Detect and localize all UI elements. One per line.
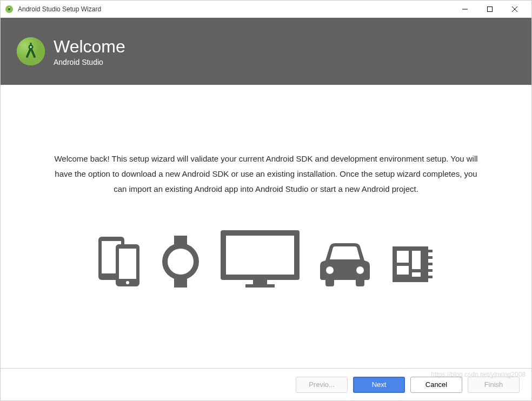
things-icon — [389, 243, 435, 291]
svg-rect-31 — [412, 272, 421, 277]
android-studio-logo-icon — [17, 37, 45, 65]
svg-rect-22 — [226, 236, 294, 275]
svg-rect-36 — [428, 276, 433, 278]
svg-rect-15 — [119, 249, 136, 279]
svg-rect-4 — [488, 6, 493, 11]
wizard-footer: Previo... Next Cancel Finish — [1, 368, 531, 400]
tv-icon — [220, 229, 301, 291]
svg-rect-35 — [428, 269, 433, 272]
svg-rect-30 — [397, 266, 409, 275]
phone-tablet-icon — [97, 235, 142, 291]
svg-point-2 — [9, 6, 10, 8]
welcome-message: Welcome back! This setup wizard will val… — [49, 151, 483, 196]
svg-point-8 — [17, 37, 45, 65]
svg-point-26 — [356, 266, 364, 274]
svg-rect-32 — [428, 250, 433, 252]
window-titlebar: Android Studio Setup Wizard — [1, 1, 531, 18]
svg-point-16 — [126, 281, 129, 284]
window-title: Android Studio Setup Wizard — [18, 5, 453, 13]
svg-rect-29 — [412, 251, 421, 269]
svg-rect-33 — [428, 256, 433, 259]
maximize-button[interactable] — [477, 1, 502, 17]
svg-rect-23 — [253, 280, 267, 284]
svg-rect-11 — [30, 43, 32, 45]
header-subtitle: Android Studio — [54, 58, 125, 66]
content-area: Welcome back! This setup wizard will val… — [1, 85, 531, 368]
svg-rect-28 — [397, 251, 409, 263]
next-button[interactable]: Next — [353, 377, 405, 393]
svg-point-20 — [168, 249, 194, 275]
header-banner: Welcome Android Studio — [1, 18, 531, 85]
car-icon — [318, 241, 372, 291]
cancel-button[interactable]: Cancel — [410, 377, 462, 393]
finish-button: Finish — [468, 377, 520, 393]
svg-rect-24 — [245, 284, 275, 288]
previous-button: Previo... — [296, 377, 348, 393]
svg-rect-34 — [428, 263, 433, 265]
svg-point-25 — [326, 266, 334, 274]
device-icons-row — [97, 229, 435, 291]
header-text: Welcome Android Studio — [54, 37, 125, 66]
minimize-button[interactable] — [453, 1, 477, 17]
window-controls — [453, 1, 527, 17]
watch-icon — [159, 235, 202, 291]
header-title: Welcome — [54, 37, 125, 57]
close-button[interactable] — [502, 1, 527, 17]
svg-point-10 — [30, 46, 32, 48]
app-icon — [5, 5, 14, 14]
